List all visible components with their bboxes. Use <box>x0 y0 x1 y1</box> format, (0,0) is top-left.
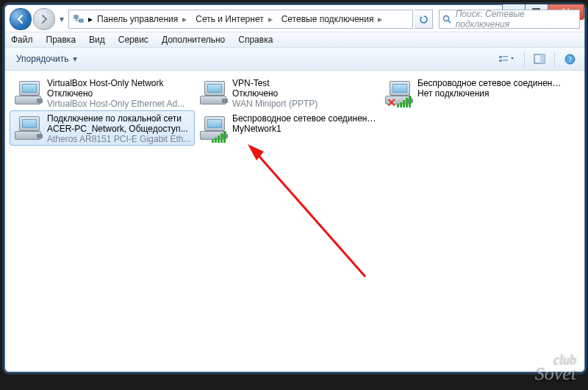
svg-rect-6 <box>499 60 502 62</box>
menu-help[interactable]: Справка <box>237 34 274 46</box>
chevron-right-icon[interactable]: ▸ <box>182 14 187 24</box>
connection-name: Подключение по локальной сети <box>47 113 190 124</box>
connection-item[interactable]: VPN-TestОтключеноWAN Miniport (PPTP) <box>195 75 380 110</box>
refresh-button[interactable] <box>415 10 433 29</box>
search-input[interactable]: Поиск: Сетевые подключения <box>439 10 580 29</box>
chevron-right-icon[interactable]: ▸ <box>378 14 382 24</box>
svg-marker-14 <box>248 144 264 160</box>
svg-rect-2 <box>74 15 78 18</box>
connection-device: VirtualBox Host-Only Ethernet Ad... <box>47 99 184 109</box>
svg-point-4 <box>444 15 449 21</box>
connection-name: VirtualBox Host-Only Network <box>47 78 184 88</box>
view-options-button[interactable] <box>493 50 520 68</box>
wifi-adapter-icon <box>198 113 228 143</box>
explorer-window: ▾ ▸ Панель управления▸ Сеть и Интернет▸ … <box>4 4 585 372</box>
annotation-arrow <box>248 144 380 291</box>
back-button[interactable] <box>10 8 32 30</box>
wifi-adapter-icon: ✕ <box>384 78 413 107</box>
chevron-down-icon: ▾ <box>73 54 77 64</box>
menu-bar: Файл Правка Вид Сервис Дополнительно Спр… <box>5 32 584 48</box>
svg-rect-8 <box>503 60 508 61</box>
svg-rect-3 <box>79 19 83 22</box>
svg-text:?: ? <box>568 55 572 63</box>
help-button[interactable]: ? <box>559 50 580 68</box>
connection-status: ACER-PC_Network, Общедоступ... <box>47 124 190 134</box>
svg-line-13 <box>255 152 365 277</box>
command-bar: Упорядочить ▾ ? <box>5 48 584 71</box>
history-dropdown-icon[interactable]: ▾ <box>57 10 67 28</box>
connection-name: VPN-Test <box>232 78 318 88</box>
svg-rect-7 <box>503 56 508 57</box>
search-icon <box>440 15 456 24</box>
svg-rect-5 <box>499 56 502 58</box>
svg-rect-10 <box>540 54 545 63</box>
chevron-right-icon[interactable]: ▸ <box>268 14 273 24</box>
menu-advanced[interactable]: Дополнительно <box>160 34 226 46</box>
connection-name: Беспроводное сетевое соединение 2 <box>232 113 376 124</box>
breadcrumb-item[interactable]: Панель управления▸ <box>93 10 191 28</box>
menu-view[interactable]: Вид <box>87 34 107 46</box>
connection-item[interactable]: ✕Беспроводное сетевое соединениеНет подк… <box>380 75 565 110</box>
error-x-icon: ✕ <box>387 97 396 109</box>
organize-button[interactable]: Упорядочить ▾ <box>10 50 84 68</box>
menu-tools[interactable]: Сервис <box>117 34 150 46</box>
navigation-bar: ▾ ▸ Панель управления▸ Сеть и Интернет▸ … <box>5 7 584 32</box>
network-icon <box>71 12 87 26</box>
forward-button[interactable] <box>33 8 55 30</box>
preview-pane-button[interactable] <box>529 50 550 68</box>
connection-device: WAN Miniport (PPTP) <box>232 99 318 109</box>
breadcrumb-item[interactable]: Сетевые подключения▸ <box>277 10 387 28</box>
breadcrumb[interactable]: ▸ Панель управления▸ Сеть и Интернет▸ Се… <box>68 10 413 29</box>
connection-status: Отключено <box>232 88 318 99</box>
organize-label: Упорядочить <box>16 54 68 64</box>
menu-edit[interactable]: Правка <box>45 34 78 46</box>
connection-status: Отключено <box>47 88 184 99</box>
search-placeholder: Поиск: Сетевые подключения <box>456 9 579 29</box>
content-area[interactable]: VirtualBox Host-Only NetworkОтключеноVir… <box>5 71 584 383</box>
menu-file[interactable]: Файл <box>10 34 35 46</box>
ethernet-adapter-icon <box>13 113 43 143</box>
connection-item[interactable]: VirtualBox Host-Only NetworkОтключеноVir… <box>10 75 195 110</box>
ethernet-adapter-icon <box>13 78 43 107</box>
connection-name: Беспроводное сетевое соединение <box>417 78 562 88</box>
connection-device: Atheros AR8151 PCI-E Gigabit Eth... <box>47 134 190 144</box>
ethernet-adapter-icon <box>198 78 228 107</box>
connection-item[interactable]: Беспроводное сетевое соединение 2MyNetwo… <box>195 110 380 146</box>
connection-item[interactable]: Подключение по локальной сетиACER-PC_Net… <box>10 110 195 146</box>
connection-status: Нет подключения <box>417 88 562 99</box>
separator <box>554 52 555 66</box>
connection-status: MyNetwork1 <box>232 124 376 134</box>
breadcrumb-item[interactable]: Сеть и Интернет▸ <box>191 10 276 28</box>
separator <box>524 52 525 66</box>
